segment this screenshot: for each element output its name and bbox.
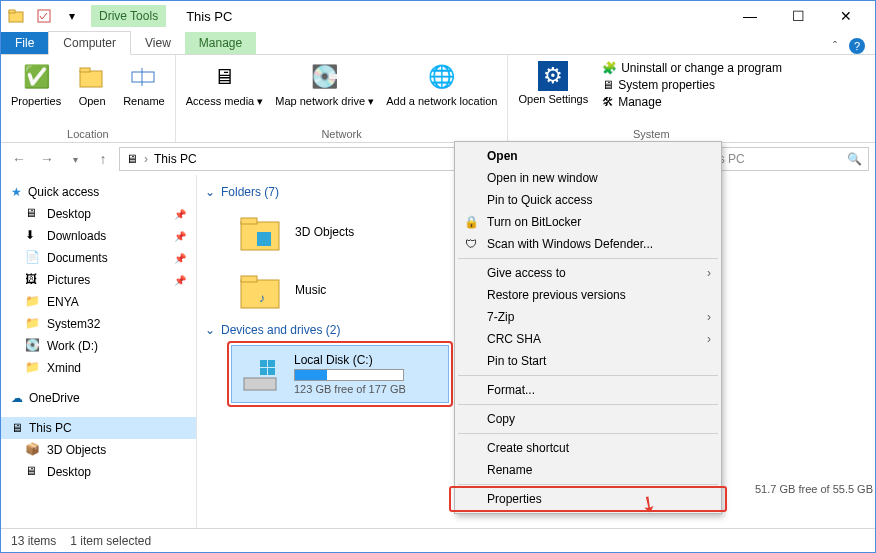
context-menu: Open Open in new window Pin to Quick acc…	[454, 141, 722, 514]
chevron-right-icon: ›	[707, 332, 711, 346]
ribbon-uninstall[interactable]: 🧩Uninstall or change a program	[602, 61, 782, 75]
svg-rect-23	[268, 368, 275, 375]
drive-icon: 💽	[309, 61, 341, 93]
sidebar-item-downloads[interactable]: ⬇Downloads📌	[1, 225, 196, 247]
window-title: This PC	[186, 9, 232, 24]
star-icon: ★	[11, 185, 22, 199]
back-button[interactable]: ←	[7, 147, 31, 171]
menu-pin-start[interactable]: Pin to Start	[457, 350, 719, 372]
menu-defender[interactable]: 🛡Scan with Windows Defender...	[457, 233, 719, 255]
chevron-right-icon: ›	[707, 310, 711, 324]
ribbon-map-drive[interactable]: 💽Map network drive ▾	[271, 59, 378, 109]
ribbon-open[interactable]: Open	[69, 59, 115, 109]
sidebar-item-desktop2[interactable]: 🖥Desktop	[1, 461, 196, 483]
sidebar-this-pc[interactable]: 🖥This PC	[1, 417, 196, 439]
svg-rect-1	[9, 10, 15, 13]
ribbon-group-label: System	[508, 128, 793, 140]
maximize-button[interactable]: ☐	[783, 5, 813, 27]
ribbon-add-location[interactable]: 🌐Add a network location	[382, 59, 501, 109]
pin-icon: 📌	[174, 231, 186, 242]
menu-pin-quick-access[interactable]: Pin to Quick access	[457, 189, 719, 211]
sidebar-item-work-d[interactable]: 💽Work (D:)	[1, 335, 196, 357]
search-icon: 🔍	[847, 152, 862, 166]
menu-separator	[458, 375, 718, 376]
svg-text:♪: ♪	[259, 291, 265, 305]
drive-local-disk-c[interactable]: Local Disk (C:) 123 GB free of 177 GB	[231, 345, 449, 403]
svg-rect-21	[268, 360, 275, 367]
sidebar-item-3d-objects[interactable]: 📦3D Objects	[1, 439, 196, 461]
menu-give-access[interactable]: Give access to›	[457, 262, 719, 284]
menu-bitlocker[interactable]: 🔒Turn on BitLocker	[457, 211, 719, 233]
sidebar-onedrive[interactable]: ☁OneDrive	[1, 387, 196, 409]
tab-file[interactable]: File	[1, 32, 48, 54]
tab-view[interactable]: View	[131, 32, 185, 54]
menu-restore-versions[interactable]: Restore previous versions	[457, 284, 719, 306]
desktop-icon: 🖥	[25, 464, 41, 480]
folder-3d-objects[interactable]: 3D Objects	[239, 203, 459, 261]
folder-icon: 📁	[25, 294, 41, 310]
ribbon-system-properties[interactable]: 🖥System properties	[602, 78, 782, 92]
qat-dropdown-icon[interactable]: ▾	[61, 5, 83, 27]
close-button[interactable]: ✕	[831, 5, 861, 27]
ribbon-access-media[interactable]: 🖥Access media ▾	[182, 59, 268, 109]
ribbon-group-label: Network	[176, 128, 508, 140]
annotation-highlight: Local Disk (C:) 123 GB free of 177 GB	[227, 341, 453, 407]
quick-access-toolbar: ▾	[5, 5, 83, 27]
menu-properties[interactable]: Properties	[457, 488, 719, 510]
ribbon-properties[interactable]: ✅Properties	[7, 59, 65, 109]
ribbon-rename[interactable]: Rename	[119, 59, 169, 109]
sidebar-item-xmind[interactable]: 📁Xmind	[1, 357, 196, 379]
menu-copy[interactable]: Copy	[457, 408, 719, 430]
settings-icon: ⚙	[538, 61, 568, 91]
svg-rect-14	[241, 276, 257, 282]
status-bar: 13 items 1 item selected	[1, 528, 875, 552]
svg-rect-8	[241, 218, 257, 224]
breadcrumb-segment[interactable]: This PC	[154, 152, 197, 166]
3d-icon: 📦	[25, 442, 41, 458]
menu-separator	[458, 404, 718, 405]
forward-button[interactable]: →	[35, 147, 59, 171]
up-button[interactable]: ↑	[91, 147, 115, 171]
collapse-ribbon-icon[interactable]: ˆ	[821, 40, 849, 54]
sidebar-quick-access[interactable]: ★Quick access	[1, 181, 196, 203]
ribbon-open-settings[interactable]: ⚙Open Settings	[514, 59, 592, 107]
menu-rename[interactable]: Rename	[457, 459, 719, 481]
media-icon: 🖥	[208, 61, 240, 93]
menu-format[interactable]: Format...	[457, 379, 719, 401]
help-icon[interactable]: ?	[849, 38, 865, 54]
menu-open-new-window[interactable]: Open in new window	[457, 167, 719, 189]
drive-icon: 💽	[25, 338, 41, 354]
menu-7zip[interactable]: 7-Zip›	[457, 306, 719, 328]
status-item-count: 13 items	[11, 534, 56, 548]
windows-drive-icon	[238, 352, 282, 396]
sidebar-item-desktop[interactable]: 🖥Desktop📌	[1, 203, 196, 225]
sidebar-item-enya[interactable]: 📁ENYA	[1, 291, 196, 313]
menu-open[interactable]: Open	[457, 145, 719, 167]
navigation-pane[interactable]: ★Quick access 🖥Desktop📌 ⬇Downloads📌 📄Doc…	[1, 175, 197, 528]
menu-crc-sha[interactable]: CRC SHA›	[457, 328, 719, 350]
minimize-button[interactable]: —	[735, 5, 765, 27]
menu-separator	[458, 484, 718, 485]
chevron-down-icon: ⌄	[205, 323, 215, 337]
documents-icon: 📄	[25, 250, 41, 266]
ribbon-manage[interactable]: 🛠Manage	[602, 95, 782, 109]
onedrive-icon: ☁	[11, 391, 23, 405]
folder-icon	[239, 210, 283, 254]
menu-create-shortcut[interactable]: Create shortcut	[457, 437, 719, 459]
recent-locations-button[interactable]: ▾	[63, 147, 87, 171]
pc-icon: 🖥	[126, 152, 138, 166]
properties-icon: ✅	[20, 61, 52, 93]
svg-rect-9	[257, 232, 271, 246]
folder-icon: ♪	[239, 268, 283, 312]
tab-manage[interactable]: Manage	[185, 32, 256, 54]
tab-computer[interactable]: Computer	[48, 31, 131, 55]
pc-icon: 🖥	[11, 421, 23, 435]
sidebar-item-pictures[interactable]: 🖼Pictures📌	[1, 269, 196, 291]
sidebar-item-system32[interactable]: 📁System32	[1, 313, 196, 335]
search-box[interactable]: is PC 🔍	[709, 147, 869, 171]
svg-rect-20	[260, 360, 267, 367]
qat-properties-icon[interactable]	[33, 5, 55, 27]
sidebar-item-documents[interactable]: 📄Documents📌	[1, 247, 196, 269]
ribbon-tabs: File Computer View Manage ˆ ?	[1, 31, 875, 55]
folder-music[interactable]: ♪Music	[239, 261, 459, 319]
